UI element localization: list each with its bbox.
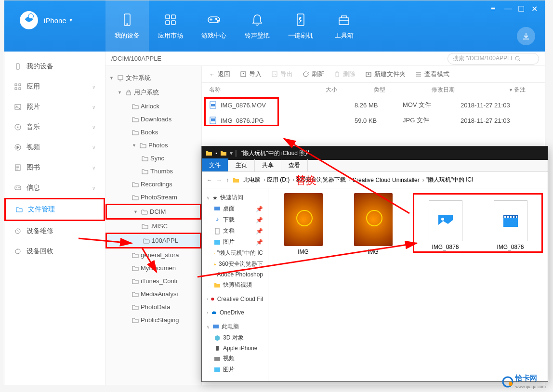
minimize-icon[interactable]: — (504, 4, 512, 12)
tree-item[interactable]: .MISC (105, 220, 201, 233)
tree-item[interactable]: Recordings (105, 178, 201, 191)
col-name[interactable]: 名称 (209, 86, 326, 94)
file-thumb[interactable]: IMG (343, 193, 403, 255)
refresh-button[interactable]: 刷新 (303, 70, 324, 78)
tree-100apple[interactable]: 100APPL (105, 233, 201, 248)
toolbar-game-center[interactable]: 游戏中心 (192, 0, 236, 52)
sidebar-music[interactable]: 音乐∨ (4, 117, 105, 137)
tree-item[interactable]: PublicStaging (105, 314, 201, 327)
tree-item[interactable]: PhotoStream (105, 191, 201, 204)
exp-tree-item[interactable]: 图片 (202, 364, 268, 375)
col-remark[interactable]: ▼备注 (509, 86, 538, 94)
svg-rect-12 (339, 18, 349, 25)
app-header: iPhone ▼ 我的设备 应用市场 游戏中心 铃声壁纸 一键刷机 (4, 0, 545, 52)
exp-tree-item[interactable]: 3D 对象 (202, 332, 268, 343)
tree-item[interactable]: Thumbs (105, 165, 201, 178)
exp-tree-item[interactable]: 视频 (202, 353, 268, 364)
folder-icon (206, 150, 212, 157)
exp-tree-item[interactable]: 360安全浏览器下 (202, 259, 268, 270)
folder-icon (132, 252, 139, 259)
view-mode-button[interactable]: 查看模式 (415, 70, 449, 78)
exp-tree-item[interactable]: Apple iPhone (202, 343, 268, 353)
sidebar-apps[interactable]: 应用∨ (4, 77, 105, 97)
exp-tree-item[interactable]: 图片📌 (202, 236, 268, 248)
sidebar-books[interactable]: 图书∨ (4, 157, 105, 178)
toolbar-ringtone[interactable]: 铃声壁纸 (236, 0, 279, 52)
toolbar-flash[interactable]: 一键刷机 (279, 0, 322, 52)
tree-item[interactable]: ▼Photos (105, 139, 201, 152)
image-icon (214, 239, 221, 246)
tree-item[interactable]: MediaAnalysi (105, 287, 201, 301)
tree-item[interactable]: Sync (105, 152, 201, 165)
svg-point-10 (217, 20, 219, 22)
explorer-titlebar[interactable]: ▪ ▾ │ "懒人玩机"中的 iCloud 照片 (202, 146, 548, 160)
exp-tree-item[interactable]: "懒人玩机"中的 iC (202, 248, 268, 259)
file-thumb[interactable]: IMG_0876 (415, 196, 475, 250)
tree-item[interactable]: iTunes_Contr (105, 274, 201, 287)
exp-tree-item[interactable]: › OneDrive (202, 308, 268, 317)
exp-tree-item[interactable]: PsAdobe Photoshop (202, 270, 268, 279)
search-input[interactable]: 搜索 "/DCIM/100APPLI (448, 53, 539, 65)
apple-icon (214, 345, 221, 352)
toolbar-app-market[interactable]: 应用市场 (149, 0, 192, 52)
tree-item[interactable]: MyDocumen (105, 261, 201, 274)
tree-root[interactable]: ▼文件系统 (105, 71, 201, 85)
sidebar-my-device[interactable]: 我的设备 (4, 56, 105, 77)
svg-rect-17 (19, 88, 21, 90)
col-size[interactable]: 大小 (326, 86, 374, 94)
exp-tree-item[interactable]: 快剪辑视频 (202, 279, 268, 290)
svg-rect-7 (171, 21, 175, 25)
device-dropdown[interactable]: iPhone ▼ (44, 16, 73, 25)
folder-icon (132, 116, 139, 123)
exp-tab-share[interactable]: 共享 (255, 159, 281, 171)
svg-point-21 (17, 127, 18, 128)
explorer-address-bar[interactable]: ←→↑ 此电脑 应用 (D:) 360安全浏览器下载 Creative Clou… (202, 172, 548, 188)
file-thumb[interactable]: IMG_0876 (480, 196, 540, 250)
sidebar-photos[interactable]: 照片∨ (4, 97, 105, 117)
svg-point-3 (127, 24, 128, 25)
tree-item[interactable]: Airlock (105, 100, 201, 113)
exp-tree-item[interactable]: 文档📌 (202, 225, 268, 236)
close-icon[interactable]: ✕ (531, 4, 539, 12)
svg-rect-45 (214, 357, 220, 361)
exp-tree-quick[interactable]: ∨ ★ 快速访问 (202, 192, 268, 203)
exp-tab-home[interactable]: 主页 (228, 159, 255, 171)
file-row[interactable]: IMG_0876.JPG 59.0 KB JPG 文件 2018-11-27 2… (202, 113, 545, 128)
col-date[interactable]: 修改日期 (432, 86, 509, 94)
tree-dcim[interactable]: ▼DCIM (105, 204, 201, 220)
tree-item[interactable]: Books (105, 126, 201, 139)
export-button[interactable]: 导出 (271, 70, 293, 78)
download-button[interactable] (517, 27, 535, 45)
sidebar-repair[interactable]: 设备维修 (4, 221, 105, 241)
toolbox-icon (336, 12, 352, 27)
new-folder-button[interactable]: 新建文件夹 (365, 70, 406, 78)
tree-item[interactable]: general_stora (105, 248, 201, 261)
menu-icon[interactable]: ≡ (491, 4, 499, 12)
file-row[interactable]: IMG_0876.MOV 8.26 MB MOV 文件 2018-11-27 2… (202, 97, 545, 113)
exp-tree-item[interactable]: › Creative Cloud Fil (202, 294, 268, 304)
sidebar-info[interactable]: 信息∨ (4, 178, 105, 198)
sidebar: 我的设备 应用∨ 照片∨ 音乐∨ 视频∨ 图书∨ 信息∨ 文件管理 设备维修 设… (4, 52, 105, 385)
col-type[interactable]: 类型 (374, 86, 432, 94)
back-button[interactable]: ← 返回 (209, 70, 230, 78)
svg-rect-15 (19, 84, 21, 86)
toolbar-tools[interactable]: 工具箱 (322, 0, 366, 52)
tree-item[interactable]: Downloads (105, 113, 201, 126)
apps-icon (14, 83, 22, 91)
tree-user-system[interactable]: ▼用户系统 (105, 85, 201, 100)
sidebar-recycle[interactable]: 设备回收 (4, 241, 105, 261)
delete-button[interactable]: 删除 (334, 70, 356, 78)
import-button[interactable]: 导入 (240, 70, 262, 78)
logo-section: iPhone ▼ (4, 0, 105, 30)
toolbar-my-device[interactable]: 我的设备 (105, 0, 149, 52)
exp-tab-file[interactable]: 文件 (202, 158, 228, 171)
file-thumb[interactable]: IMG (273, 193, 333, 255)
exp-tree-item[interactable]: 下载📌 (202, 214, 268, 225)
exp-tree-item[interactable]: 桌面📌 (202, 203, 268, 214)
sidebar-file-manager[interactable]: 文件管理 (4, 198, 105, 221)
exp-tab-view[interactable]: 查看 (281, 159, 308, 171)
tree-item[interactable]: PhotoData (105, 301, 201, 314)
exp-tree-item[interactable]: ∨ 此电脑 (202, 321, 268, 332)
sidebar-video[interactable]: 视频∨ (4, 137, 105, 157)
maximize-icon[interactable]: ☐ (518, 4, 526, 12)
